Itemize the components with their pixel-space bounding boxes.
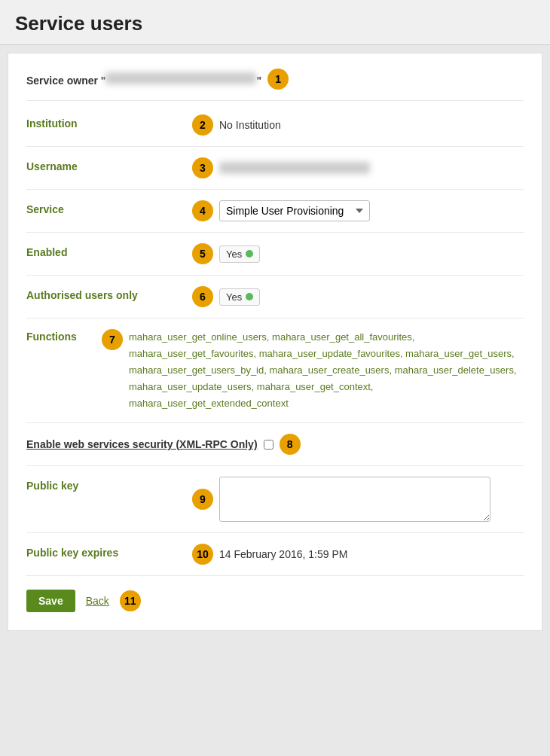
authorised-row: Authorised users only 6 Yes (26, 276, 524, 319)
service-content: 4 Simple User Provisioning (192, 200, 524, 221)
public-key-row: Public key 9 (26, 466, 524, 533)
public-key-expires-label: Public key expires (26, 544, 192, 559)
functions-row: Functions 7 mahara_user_get_online_users… (26, 319, 524, 423)
badge-11: 11 (120, 590, 141, 611)
username-row: Username 3 (26, 147, 524, 190)
username-label: Username (26, 157, 192, 172)
username-value (219, 162, 370, 174)
authorised-content: 6 Yes (192, 286, 524, 307)
enabled-row: Enabled 5 Yes (26, 233, 524, 276)
enabled-content: 5 Yes (192, 243, 524, 264)
actions-row: Save Back 11 (26, 576, 524, 612)
badge-8: 8 (280, 434, 301, 455)
username-content: 3 (192, 157, 524, 178)
badge-10: 10 (192, 544, 213, 565)
public-key-expires-value: 14 February 2016, 1:59 PM (219, 548, 347, 560)
badge-5: 5 (192, 243, 213, 264)
functions-content: 7 mahara_user_get_online_users, mahara_u… (102, 329, 524, 412)
public-key-expires-content: 10 14 February 2016, 1:59 PM (192, 544, 524, 565)
functions-label: Functions (26, 329, 102, 343)
back-link[interactable]: Back (86, 595, 109, 607)
functions-text: mahara_user_get_online_users, mahara_use… (129, 331, 517, 409)
institution-content: 2 No Institution (192, 114, 524, 136)
service-select[interactable]: Simple User Provisioning (219, 200, 370, 221)
xml-rpc-row: Enable web services security (XML-RPC On… (26, 423, 524, 466)
public-key-label: Public key (26, 477, 192, 492)
badge-3: 3 (192, 157, 213, 178)
authorised-dot (246, 293, 253, 300)
functions-list: mahara_user_get_online_users, mahara_use… (129, 329, 524, 412)
badge-9: 9 (192, 489, 213, 510)
institution-value: No Institution (219, 119, 281, 131)
public-key-expires-row: Public key expires 10 14 February 2016, … (26, 533, 524, 576)
enabled-dot (246, 250, 253, 258)
badge-4: 4 (192, 200, 213, 221)
badge-6: 6 (192, 286, 213, 307)
enabled-label: Enabled (26, 243, 192, 258)
badge-2: 2 (192, 114, 213, 136)
authorised-label: Authorised users only (26, 286, 192, 301)
institution-row: Institution 2 No Institution (26, 104, 524, 147)
badge-1: 1 (267, 69, 289, 90)
public-key-content: 9 (192, 477, 524, 522)
main-content: Service owner "" 1 Institution 2 No Inst… (8, 53, 542, 631)
page-title: Service users (15, 12, 535, 35)
service-row: Service 4 Simple User Provisioning (26, 190, 524, 233)
authorised-value: Yes (219, 288, 260, 306)
institution-label: Institution (26, 114, 192, 130)
service-owner-row: Service owner "" 1 (26, 69, 524, 101)
xml-rpc-label: Enable web services security (XML-RPC On… (26, 438, 258, 450)
service-owner-value (105, 72, 256, 84)
service-label: Service (26, 200, 192, 215)
badge-7: 7 (102, 329, 123, 350)
enabled-value: Yes (219, 245, 260, 263)
public-key-textarea[interactable] (219, 477, 490, 522)
save-button[interactable]: Save (26, 590, 75, 612)
page-header: Service users (0, 0, 550, 45)
service-owner-label: Service owner "" (26, 72, 261, 87)
xml-rpc-checkbox[interactable] (264, 440, 273, 450)
